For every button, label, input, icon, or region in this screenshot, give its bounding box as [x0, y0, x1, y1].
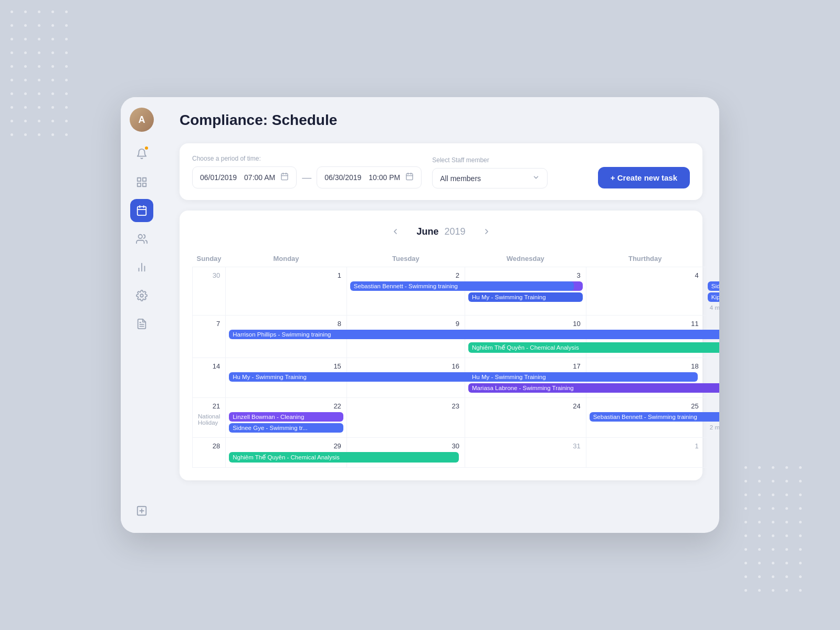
sidebar-item-dashboard[interactable]	[130, 171, 153, 194]
calendar-event[interactable]: Sebastian Bennett - Swimming training	[590, 412, 719, 422]
day-number: 29	[229, 442, 343, 450]
day-number: 9	[350, 320, 461, 328]
calendar-cell: 23	[346, 398, 465, 438]
calendar-cell: 31	[465, 438, 586, 468]
period-filter-group: Choose a period of time: 06/01/2019 07:0…	[192, 155, 422, 188]
sidebar-item-staff[interactable]	[130, 227, 153, 250]
calendar-day-header: Tuesday	[346, 250, 465, 267]
calendar-cell: 14	[193, 358, 226, 398]
start-date-input[interactable]: 06/01/2019 07:00 AM	[192, 166, 297, 188]
calendar-cell: 30	[193, 267, 226, 316]
end-date-input[interactable]: 06/30/2019 10:00 PM	[317, 166, 422, 188]
calendar-cell: 15Hu My - Swimming Training	[226, 358, 347, 398]
calendar-cell: 2	[704, 438, 719, 468]
calendar-cell: 29Nghiêm Thế Quyên - Chemical Analysis	[226, 438, 347, 468]
day-number: 5	[708, 271, 719, 279]
sidebar-item-reports[interactable]	[130, 256, 153, 279]
calendar-day-header: Thurthday	[586, 250, 704, 267]
svg-rect-22	[406, 174, 413, 180]
calendar-cell: 24	[465, 398, 586, 438]
day-number: 12	[708, 320, 719, 328]
calendar-day-header: Sunday	[193, 250, 226, 267]
day-number: 16	[350, 362, 461, 370]
calendar-cell: 5Sidnee Gye - Swimming tr...Kip Collison…	[704, 267, 719, 316]
day-number: 17	[468, 362, 583, 370]
avatar[interactable]: A	[130, 108, 154, 132]
more-events-link[interactable]: 4 more	[708, 303, 719, 312]
calendar-event[interactable]: Hu My - Swimming Training	[468, 292, 583, 302]
holiday-label: National Holiday	[196, 412, 222, 427]
day-number: 1	[590, 442, 701, 450]
sidebar-item-notifications[interactable]	[130, 142, 153, 165]
day-number: 30	[350, 442, 461, 450]
day-number: 10	[468, 320, 583, 328]
svg-rect-3	[143, 183, 146, 186]
calendar-event[interactable]: Sebastian Bennett - Swimming training	[350, 281, 574, 291]
day-number: 8	[229, 320, 343, 328]
calendar-cell: 7	[193, 316, 226, 358]
calendar-day-header: Wednesday	[465, 250, 586, 267]
more-events-link[interactable]: 2 more	[708, 423, 719, 432]
calendar-event[interactable]: Nghiêm Thế Quyên - Chemical Analysis	[229, 452, 458, 463]
filter-bar: Choose a period of time: 06/01/2019 07:0…	[180, 143, 702, 200]
sidebar-item-settings[interactable]	[130, 284, 153, 307]
sidebar-item-add[interactable]	[130, 499, 153, 522]
start-date-value: 06/01/2019	[200, 173, 237, 182]
start-calendar-icon	[280, 172, 289, 183]
create-task-button[interactable]: + Create new task	[598, 167, 690, 188]
calendar-cell: 3Linzell Bowman - CleaningHu My - Swimmi…	[465, 267, 586, 316]
day-number: 25	[590, 402, 701, 410]
staff-dropdown[interactable]: All members	[432, 168, 548, 188]
calendar-month-title: June 2019	[416, 226, 465, 237]
calendar-event[interactable]: Nghiêm Thế Quyên - Chemical Analysis	[468, 342, 719, 353]
day-number: 14	[196, 362, 222, 370]
month-name: June	[416, 226, 438, 237]
staff-filter-group: Select Staff member All members	[432, 156, 548, 188]
day-number: 28	[196, 442, 222, 450]
day-number: 26	[708, 402, 719, 410]
day-number: 1	[229, 271, 343, 279]
end-date-value: 06/30/2019	[324, 173, 361, 182]
end-calendar-icon	[405, 172, 414, 183]
day-number: 2	[350, 271, 461, 279]
calendar-cell: 1	[586, 438, 704, 468]
day-number: 21	[196, 402, 222, 410]
next-month-button[interactable]	[478, 223, 495, 240]
calendar-event[interactable]: Harrison Phillips - Swimming training	[229, 330, 719, 339]
sidebar-item-schedule[interactable]	[130, 199, 153, 222]
prev-month-button[interactable]	[387, 223, 404, 240]
calendar-event[interactable]: Mariasa Labrone - Swimming Training	[468, 383, 719, 393]
day-number: 2	[708, 442, 719, 450]
calendar-event[interactable]: Hu My - Swimming Training	[468, 372, 698, 382]
calendar-table: SundayMondayTuesdayWednesdayThurthdayFri…	[192, 250, 719, 468]
calendar-event[interactable]: Linzell Bowman - Cleaning	[229, 412, 343, 422]
svg-rect-1	[143, 178, 146, 181]
calendar-header: June 2019	[192, 223, 690, 240]
calendar-event[interactable]: Sidnee Gye - Swimming tr...	[708, 281, 719, 291]
calendar-event[interactable]: Kip Collison - Swimming tr...	[708, 292, 719, 302]
period-label: Choose a period of time:	[192, 155, 422, 162]
calendar-container: June 2019 SundayMondayTuesdayWednesdayTh…	[180, 211, 702, 480]
svg-rect-18	[281, 174, 288, 180]
day-number: 15	[229, 362, 343, 370]
main-card: A	[121, 97, 719, 533]
day-number: 11	[590, 320, 701, 328]
svg-point-8	[139, 235, 142, 238]
calendar-event[interactable]: Sidnee Gye - Swimming tr...	[229, 423, 343, 433]
page-title: Compliance: Schedule	[180, 112, 702, 129]
date-range-input: 06/01/2019 07:00 AM — 06/30/2019 10:00 P…	[192, 166, 422, 188]
date-separator: —	[302, 172, 311, 183]
day-number: 22	[229, 402, 343, 410]
day-number: 18	[590, 362, 701, 370]
day-number: 24	[468, 402, 583, 410]
sidebar: A	[121, 97, 163, 533]
sidebar-item-documents[interactable]	[130, 312, 153, 335]
end-time-value: 10:00 PM	[369, 173, 400, 182]
calendar-cell: 28	[193, 438, 226, 468]
day-number: 19	[708, 362, 719, 370]
calendar-cell: 25Sebastian Bennett - Swimming training	[586, 398, 704, 438]
year-value: 2019	[444, 226, 465, 237]
svg-point-12	[140, 294, 143, 297]
staff-label: Select Staff member	[432, 156, 548, 164]
calendar-day-header: Friday	[704, 250, 719, 267]
